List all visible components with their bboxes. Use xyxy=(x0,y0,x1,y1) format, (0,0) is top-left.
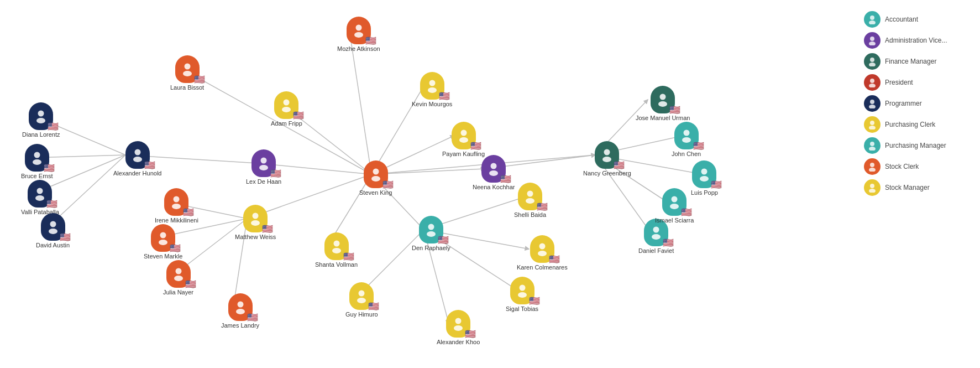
node-avatar: 🇺🇸 xyxy=(452,122,476,149)
node-guy_himuro[interactable]: 🇺🇸Guy Himuro xyxy=(345,282,378,318)
node-avatar: 🇺🇸 xyxy=(662,188,686,216)
legend-label: Accountant xyxy=(885,15,918,23)
svg-point-65 xyxy=(539,243,545,250)
node-james_landry[interactable]: 🇺🇸James Landry xyxy=(221,293,259,329)
svg-point-41 xyxy=(460,130,467,136)
svg-point-102 xyxy=(869,105,876,108)
legend-label: Stock Manager xyxy=(885,184,930,191)
node-avatar: 🇺🇸 xyxy=(692,160,716,188)
node-label: Den Raphaely xyxy=(412,245,450,251)
node-ismael_sciarra[interactable]: 🇺🇸Ismael Sciarra xyxy=(655,188,694,224)
node-irene_mikkilineni[interactable]: 🇺🇸Irene Mikkilineni xyxy=(155,188,198,224)
node-label: Kevin Mourgos xyxy=(412,101,452,107)
node-shelli_baida[interactable]: 🇺🇸Shelli Baida xyxy=(514,183,546,218)
svg-point-67 xyxy=(519,285,525,291)
node-flag: 🇺🇸 xyxy=(293,111,304,120)
node-john_chen[interactable]: 🇺🇸John Chen xyxy=(672,122,701,157)
legend-label: Stock Clerk xyxy=(885,163,919,170)
svg-point-76 xyxy=(251,220,260,226)
svg-point-96 xyxy=(869,42,876,45)
node-flag: 🇺🇸 xyxy=(185,280,196,289)
node-diana_lorentz[interactable]: 🇺🇸Diana Lorentz xyxy=(22,102,60,138)
node-daniel_faviet[interactable]: 🇺🇸Daniel Faviet xyxy=(638,219,674,254)
node-label: Shelli Baida xyxy=(514,211,546,218)
legend-label: Administration Vice... xyxy=(885,37,947,44)
node-flag: 🇺🇸 xyxy=(247,313,258,322)
node-kevin_mourgos[interactable]: 🇺🇸Kevin Mourgos xyxy=(412,72,452,107)
node-valli_pataballa[interactable]: 🇺🇸Valli Pataballa xyxy=(21,180,59,215)
legend-color-swatch xyxy=(864,11,881,28)
node-alexander_hunold[interactable]: 🇺🇸Alexander Hunold xyxy=(113,141,161,177)
node-lex_de_haan[interactable]: 🇺🇸Lex De Haan xyxy=(246,149,281,185)
svg-point-59 xyxy=(672,196,678,203)
svg-point-104 xyxy=(869,126,876,129)
node-shanta_vollman[interactable]: 🇺🇸Shanta Vollman xyxy=(315,232,358,268)
node-flag: 🇺🇸 xyxy=(48,122,59,131)
node-flag: 🇺🇸 xyxy=(549,255,560,264)
node-label: Guy Himuro xyxy=(345,311,378,318)
svg-point-84 xyxy=(159,240,167,245)
node-mozhe_atkinson[interactable]: 🇺🇸Mozhe Atkinson xyxy=(337,17,380,52)
node-avatar: 🇺🇸 xyxy=(347,17,371,44)
node-neena_kochhar[interactable]: 🇺🇸Neena Kochhar xyxy=(473,155,515,190)
node-steven_king[interactable]: 🇺🇸Steven King xyxy=(359,160,392,196)
legend-item-2: Finance Manager xyxy=(864,53,969,70)
legend-label: Finance Manager xyxy=(885,58,936,65)
graph-container: 🇺🇸Steven King 🇺🇸Mozhe Atkinson 🇺🇸Laura B… xyxy=(0,0,746,368)
legend-item-1: Administration Vice... xyxy=(864,32,969,49)
node-karen_colmenares[interactable]: 🇺🇸Karen Colmenares xyxy=(517,235,568,271)
node-matthew_weiss[interactable]: 🇺🇸Matthew Weiss xyxy=(235,205,276,240)
legend-label: President xyxy=(885,79,913,86)
node-bruce_ernst[interactable]: 🇺🇸Bruce Ernst xyxy=(21,144,53,179)
node-label: Neena Kochhar xyxy=(473,184,515,190)
node-laura_bissot[interactable]: 🇺🇸Laura Bissot xyxy=(170,55,204,91)
node-den_raphaely[interactable]: 🇺🇸Den Raphaely xyxy=(412,216,450,251)
svg-point-79 xyxy=(175,268,181,274)
node-label: Luis Popp xyxy=(691,189,718,196)
node-label: Nancy Greenberg xyxy=(583,170,631,177)
node-avatar: 🇺🇸 xyxy=(243,205,268,232)
svg-point-60 xyxy=(670,204,679,209)
svg-point-94 xyxy=(869,20,876,24)
svg-point-103 xyxy=(870,121,874,125)
node-payam_kaufling[interactable]: 🇺🇸Payam Kaufling xyxy=(442,122,485,157)
node-flag: 🇺🇸 xyxy=(262,225,273,234)
node-avatar: 🇺🇸 xyxy=(324,232,349,260)
node-sigal_tobias[interactable]: 🇺🇸Sigal Tobias xyxy=(506,277,538,312)
legend-color-swatch xyxy=(864,74,881,91)
legend-color-swatch xyxy=(864,158,881,175)
svg-point-50 xyxy=(602,157,611,162)
svg-point-66 xyxy=(538,251,547,256)
node-luis_popp[interactable]: 🇺🇸Luis Popp xyxy=(691,160,718,196)
svg-point-43 xyxy=(491,163,497,169)
svg-point-69 xyxy=(455,318,462,324)
svg-line-0 xyxy=(349,30,371,174)
legend-item-4: Programmer xyxy=(864,95,969,112)
node-nancy_greenberg[interactable]: 🇺🇸Nancy Greenberg xyxy=(583,141,631,177)
svg-point-81 xyxy=(237,302,243,308)
node-flag: 🇺🇸 xyxy=(382,180,394,189)
svg-point-108 xyxy=(869,168,876,172)
legend-color-swatch xyxy=(864,116,881,133)
node-flag: 🇺🇸 xyxy=(681,208,692,217)
node-adam_fripp[interactable]: 🇺🇸Adam Fripp xyxy=(271,91,302,127)
svg-point-54 xyxy=(682,137,691,143)
node-flag: 🇺🇸 xyxy=(470,142,481,151)
node-flag: 🇺🇸 xyxy=(194,75,205,84)
node-alexander_khoo[interactable]: 🇺🇸Alexander Khoo xyxy=(437,310,480,345)
node-label: Shanta Vollman xyxy=(315,261,358,268)
svg-point-97 xyxy=(870,58,874,62)
node-david_austin[interactable]: 🇺🇸David Austin xyxy=(36,213,70,248)
node-label: John Chen xyxy=(672,151,701,157)
legend: Accountant Administration Vice... Financ… xyxy=(858,6,974,206)
node-jose_manuel_urman[interactable]: 🇺🇸Jose Manuel Urman xyxy=(636,86,690,121)
svg-point-35 xyxy=(184,64,190,70)
node-steven_markle[interactable]: 🇺🇸Steven Markle xyxy=(144,224,182,260)
node-flag: 🇺🇸 xyxy=(438,236,449,245)
node-julia_nayer[interactable]: 🇺🇸Julia Nayer xyxy=(163,260,193,296)
node-label: Irene Mikkilineni xyxy=(155,217,198,224)
node-flag: 🇺🇸 xyxy=(663,239,674,247)
node-flag: 🇺🇸 xyxy=(270,169,281,178)
node-flag: 🇺🇸 xyxy=(183,208,194,217)
svg-point-98 xyxy=(869,63,876,66)
